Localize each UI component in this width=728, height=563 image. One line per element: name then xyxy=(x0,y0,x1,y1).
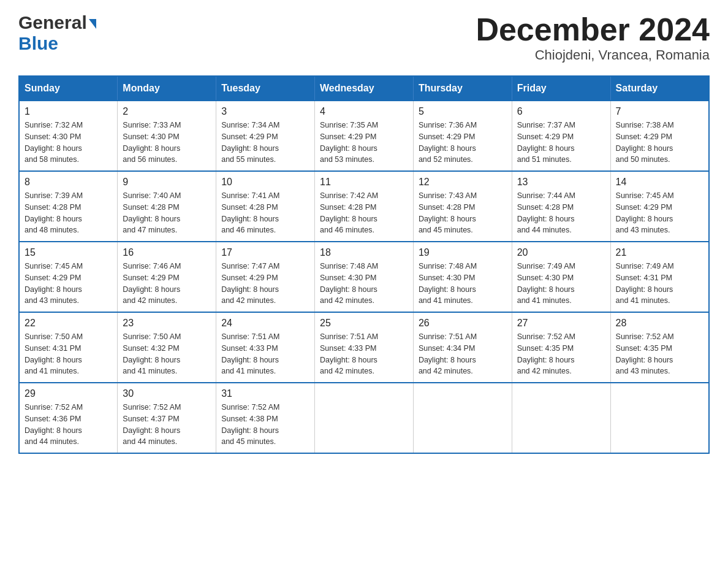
col-monday: Monday xyxy=(118,76,216,101)
day-cell: 18 Sunrise: 7:48 AMSunset: 4:30 PMDaylig… xyxy=(315,242,414,312)
day-number: 8 xyxy=(25,177,112,188)
day-number: 16 xyxy=(123,247,211,258)
day-cell: 22 Sunrise: 7:50 AMSunset: 4:31 PMDaylig… xyxy=(19,312,118,383)
day-info: Sunrise: 7:43 AMSunset: 4:28 PMDaylight:… xyxy=(419,191,477,234)
day-info: Sunrise: 7:32 AMSunset: 4:30 PMDaylight:… xyxy=(25,121,83,164)
week-row-5: 29 Sunrise: 7:52 AMSunset: 4:36 PMDaylig… xyxy=(19,383,709,453)
day-number: 11 xyxy=(320,177,408,188)
day-info: Sunrise: 7:52 AMSunset: 4:35 PMDaylight:… xyxy=(517,332,575,375)
day-cell: 11 Sunrise: 7:42 AMSunset: 4:28 PMDaylig… xyxy=(315,171,414,242)
day-info: Sunrise: 7:51 AMSunset: 4:33 PMDaylight:… xyxy=(320,332,378,375)
day-number: 14 xyxy=(616,177,703,188)
col-sunday: Sunday xyxy=(19,76,118,101)
calendar-table: Sunday Monday Tuesday Wednesday Thursday… xyxy=(18,75,710,454)
day-number: 30 xyxy=(123,388,211,399)
col-thursday: Thursday xyxy=(413,76,512,101)
day-cell: 25 Sunrise: 7:51 AMSunset: 4:33 PMDaylig… xyxy=(315,312,414,383)
day-cell: 12 Sunrise: 7:43 AMSunset: 4:28 PMDaylig… xyxy=(413,171,512,242)
title-section: December 2024 Chiojdeni, Vrancea, Romani… xyxy=(476,12,710,63)
day-cell: 24 Sunrise: 7:51 AMSunset: 4:33 PMDaylig… xyxy=(216,312,315,383)
day-number: 23 xyxy=(123,318,211,329)
day-cell: 29 Sunrise: 7:52 AMSunset: 4:36 PMDaylig… xyxy=(19,383,118,453)
day-info: Sunrise: 7:34 AMSunset: 4:29 PMDaylight:… xyxy=(221,121,279,164)
day-cell: 13 Sunrise: 7:44 AMSunset: 4:28 PMDaylig… xyxy=(512,171,610,242)
day-number: 5 xyxy=(419,106,507,117)
day-info: Sunrise: 7:33 AMSunset: 4:30 PMDaylight:… xyxy=(123,121,181,164)
day-cell: 4 Sunrise: 7:35 AMSunset: 4:29 PMDayligh… xyxy=(315,101,414,171)
day-cell: 15 Sunrise: 7:45 AMSunset: 4:29 PMDaylig… xyxy=(19,242,118,312)
calendar-header: Sunday Monday Tuesday Wednesday Thursday… xyxy=(19,76,709,101)
day-info: Sunrise: 7:51 AMSunset: 4:34 PMDaylight:… xyxy=(419,332,477,375)
day-info: Sunrise: 7:35 AMSunset: 4:29 PMDaylight:… xyxy=(320,121,378,164)
day-info: Sunrise: 7:36 AMSunset: 4:29 PMDaylight:… xyxy=(419,121,477,164)
day-cell: 28 Sunrise: 7:52 AMSunset: 4:35 PMDaylig… xyxy=(610,312,709,383)
day-cell: 5 Sunrise: 7:36 AMSunset: 4:29 PMDayligh… xyxy=(413,101,512,171)
day-cell: 27 Sunrise: 7:52 AMSunset: 4:35 PMDaylig… xyxy=(512,312,610,383)
day-number: 7 xyxy=(616,106,703,117)
day-cell: 2 Sunrise: 7:33 AMSunset: 4:30 PMDayligh… xyxy=(118,101,216,171)
logo-general: General xyxy=(18,12,87,33)
day-info: Sunrise: 7:46 AMSunset: 4:29 PMDaylight:… xyxy=(123,262,181,305)
day-cell: 10 Sunrise: 7:41 AMSunset: 4:28 PMDaylig… xyxy=(216,171,315,242)
day-number: 6 xyxy=(517,106,605,117)
day-number: 1 xyxy=(25,106,112,117)
header: General Blue December 2024 Chiojdeni, Vr… xyxy=(18,12,710,63)
day-cell xyxy=(413,383,512,453)
day-cell xyxy=(610,383,709,453)
day-info: Sunrise: 7:37 AMSunset: 4:29 PMDaylight:… xyxy=(517,121,575,164)
day-cell: 16 Sunrise: 7:46 AMSunset: 4:29 PMDaylig… xyxy=(118,242,216,312)
day-number: 13 xyxy=(517,177,605,188)
day-info: Sunrise: 7:52 AMSunset: 4:37 PMDaylight:… xyxy=(123,403,181,446)
day-number: 12 xyxy=(419,177,507,188)
calendar-title: December 2024 xyxy=(476,12,710,47)
week-row-1: 1 Sunrise: 7:32 AMSunset: 4:30 PMDayligh… xyxy=(19,101,709,171)
day-number: 15 xyxy=(25,247,112,258)
day-number: 4 xyxy=(320,106,408,117)
day-number: 24 xyxy=(221,318,309,329)
day-number: 26 xyxy=(419,318,507,329)
day-cell xyxy=(512,383,610,453)
day-number: 18 xyxy=(320,247,408,258)
day-info: Sunrise: 7:45 AMSunset: 4:29 PMDaylight:… xyxy=(616,191,674,234)
calendar-body: 1 Sunrise: 7:32 AMSunset: 4:30 PMDayligh… xyxy=(19,101,709,453)
day-number: 3 xyxy=(221,106,309,117)
day-info: Sunrise: 7:38 AMSunset: 4:29 PMDaylight:… xyxy=(616,121,674,164)
day-info: Sunrise: 7:52 AMSunset: 4:36 PMDaylight:… xyxy=(25,403,83,446)
day-number: 31 xyxy=(221,388,309,399)
day-cell: 7 Sunrise: 7:38 AMSunset: 4:29 PMDayligh… xyxy=(610,101,709,171)
day-cell: 8 Sunrise: 7:39 AMSunset: 4:28 PMDayligh… xyxy=(19,171,118,242)
day-info: Sunrise: 7:48 AMSunset: 4:30 PMDaylight:… xyxy=(320,262,378,305)
day-cell: 21 Sunrise: 7:49 AMSunset: 4:31 PMDaylig… xyxy=(610,242,709,312)
day-info: Sunrise: 7:51 AMSunset: 4:33 PMDaylight:… xyxy=(221,332,279,375)
week-row-3: 15 Sunrise: 7:45 AMSunset: 4:29 PMDaylig… xyxy=(19,242,709,312)
calendar-subtitle: Chiojdeni, Vrancea, Romania xyxy=(476,47,710,63)
week-row-2: 8 Sunrise: 7:39 AMSunset: 4:28 PMDayligh… xyxy=(19,171,709,242)
day-cell: 14 Sunrise: 7:45 AMSunset: 4:29 PMDaylig… xyxy=(610,171,709,242)
day-cell: 31 Sunrise: 7:52 AMSunset: 4:38 PMDaylig… xyxy=(216,383,315,453)
day-info: Sunrise: 7:47 AMSunset: 4:29 PMDaylight:… xyxy=(221,262,279,305)
day-number: 2 xyxy=(123,106,211,117)
day-number: 10 xyxy=(221,177,309,188)
day-number: 29 xyxy=(25,388,112,399)
day-info: Sunrise: 7:41 AMSunset: 4:28 PMDaylight:… xyxy=(221,191,279,234)
day-info: Sunrise: 7:40 AMSunset: 4:28 PMDaylight:… xyxy=(123,191,181,234)
day-info: Sunrise: 7:52 AMSunset: 4:35 PMDaylight:… xyxy=(616,332,674,375)
day-cell: 26 Sunrise: 7:51 AMSunset: 4:34 PMDaylig… xyxy=(413,312,512,383)
logo: General Blue xyxy=(18,12,96,54)
day-info: Sunrise: 7:50 AMSunset: 4:31 PMDaylight:… xyxy=(25,332,83,375)
day-number: 22 xyxy=(25,318,112,329)
day-info: Sunrise: 7:45 AMSunset: 4:29 PMDaylight:… xyxy=(25,262,83,305)
day-cell: 3 Sunrise: 7:34 AMSunset: 4:29 PMDayligh… xyxy=(216,101,315,171)
logo-arrow-icon xyxy=(89,19,96,29)
day-number: 21 xyxy=(616,247,703,258)
day-cell: 19 Sunrise: 7:48 AMSunset: 4:30 PMDaylig… xyxy=(413,242,512,312)
day-info: Sunrise: 7:49 AMSunset: 4:30 PMDaylight:… xyxy=(517,262,575,305)
col-friday: Friday xyxy=(512,76,610,101)
day-cell: 9 Sunrise: 7:40 AMSunset: 4:28 PMDayligh… xyxy=(118,171,216,242)
day-cell: 30 Sunrise: 7:52 AMSunset: 4:37 PMDaylig… xyxy=(118,383,216,453)
day-number: 25 xyxy=(320,318,408,329)
day-number: 28 xyxy=(616,318,703,329)
day-cell: 6 Sunrise: 7:37 AMSunset: 4:29 PMDayligh… xyxy=(512,101,610,171)
col-saturday: Saturday xyxy=(610,76,709,101)
day-info: Sunrise: 7:50 AMSunset: 4:32 PMDaylight:… xyxy=(123,332,181,375)
